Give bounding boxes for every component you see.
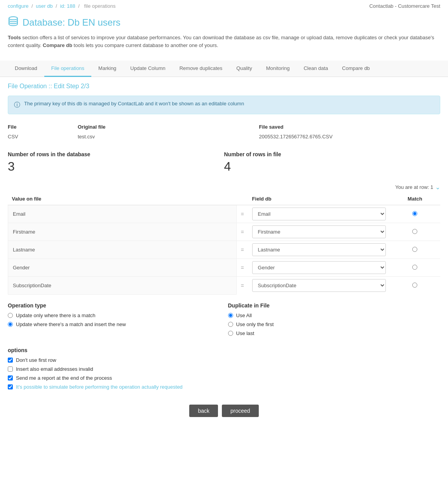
db-field-select-cell: EmailFirstnameLastnameGenderSubscription…	[248, 205, 390, 223]
file-field-value: Email	[8, 205, 237, 223]
operation-type-option: Update only where there is a match	[8, 312, 220, 318]
db-field-select[interactable]: EmailFirstnameLastnameGenderSubscription…	[252, 261, 386, 274]
mapping-row: Email=EmailFirstnameLastnameGenderSubscr…	[8, 205, 441, 223]
company-name: Contactlab - Customercare Test	[369, 3, 440, 9]
duplicate-file-title: Duplicate in File	[228, 302, 441, 309]
file-field-value: SubscriptionDate	[8, 277, 237, 295]
mapping-row: Gender=EmailFirstnameLastnameGenderSubsc…	[8, 259, 441, 277]
back-button[interactable]: back	[189, 405, 218, 417]
db-rows-value: 3	[8, 159, 224, 174]
operation-type-label: Update only where there is a match	[16, 312, 96, 318]
match-radio[interactable]	[412, 265, 417, 270]
db-field-select-cell: EmailFirstnameLastnameGenderSubscription…	[248, 241, 390, 259]
proceed-button[interactable]: proceed	[222, 405, 259, 417]
operation-type-label: Update where there's a match and insert …	[16, 321, 126, 327]
breadcrumb-fileops: file operations	[84, 3, 116, 9]
tab-download[interactable]: Download	[8, 61, 44, 77]
tab-compare-db[interactable]: Compare db	[335, 61, 377, 77]
svg-point-0	[9, 17, 17, 20]
db-field-select[interactable]: EmailFirstnameLastnameGenderSubscription…	[252, 243, 386, 256]
breadcrumb-id[interactable]: id: 188	[60, 3, 75, 9]
tab-marking[interactable]: Marking	[91, 61, 123, 77]
checkbox-option: Insert also email addresses invalid	[8, 366, 440, 372]
tab-clean-data[interactable]: Clean data	[296, 61, 335, 77]
mapping-row: Lastname=EmailFirstnameLastnameGenderSub…	[8, 241, 441, 259]
tab-quality[interactable]: Quality	[229, 61, 259, 77]
file-field-value: Gender	[8, 259, 237, 277]
info-message: The primary key of this db is managed by…	[24, 101, 244, 106]
database-icon	[8, 16, 19, 29]
db-rows-label: Number of rows in the database	[8, 151, 224, 157]
match-radio[interactable]	[412, 247, 417, 252]
option-checkbox-label: Don't use first row	[16, 357, 56, 363]
match-radio[interactable]	[412, 283, 417, 288]
file-info-table: File Original file File saved CSV test.c…	[8, 122, 440, 141]
db-field-select-cell: EmailFirstnameLastnameGenderSubscription…	[248, 277, 390, 295]
info-icon: ⓘ	[14, 101, 20, 109]
page-title: Database: Db EN users	[8, 16, 440, 29]
option-checkbox[interactable]	[8, 358, 13, 363]
checkbox-option: Don't use first row	[8, 357, 440, 363]
footer-buttons: back proceed	[8, 393, 440, 429]
db-field-select[interactable]: EmailFirstnameLastnameGenderSubscription…	[252, 208, 386, 220]
row-indicator: You are at row: 1 ⌄	[8, 183, 440, 191]
option-checkbox[interactable]	[8, 367, 13, 372]
match-radio-cell	[390, 241, 440, 259]
duplicate-label: Use All	[236, 312, 252, 318]
match-radio[interactable]	[412, 229, 417, 234]
original-file-value: test.csv	[78, 132, 259, 141]
duplicate-radio[interactable]	[228, 331, 233, 336]
field-db-header: Field db	[248, 193, 390, 205]
option-checkbox[interactable]	[8, 384, 13, 389]
value-on-file-header: Value on file	[8, 193, 237, 205]
duplicate-option: Use only the first	[228, 321, 441, 327]
tab-file-operations[interactable]: File operations	[44, 61, 91, 77]
duplicate-radio[interactable]	[228, 313, 233, 318]
db-field-select[interactable]: EmailFirstnameLastnameGenderSubscription…	[252, 225, 386, 238]
mapping-row: Firstname=EmailFirstnameLastnameGenderSu…	[8, 223, 441, 241]
option-checkbox-label: Insert also email addresses invalid	[16, 366, 93, 372]
tab-remove-duplicates[interactable]: Remove duplicates	[173, 61, 230, 77]
file-rows-value: 4	[224, 159, 441, 174]
stats-section: Number of rows in the database 3 Number …	[8, 151, 440, 174]
match-radio-cell	[390, 277, 440, 295]
operation-type-option: Update where there's a match and insert …	[8, 321, 220, 327]
file-col-header: File	[8, 122, 78, 132]
option-checkbox-label: Send me a report at the end of the proce…	[16, 375, 112, 381]
saved-file-value: 2005532.1726567762.6765.CSV	[259, 132, 441, 141]
tab-update-column[interactable]: Update Column	[123, 61, 172, 77]
duplicate-file-group: Duplicate in File Use AllUse only the fi…	[228, 302, 441, 339]
match-radio-cell	[390, 205, 440, 223]
original-col-header: Original file	[78, 122, 259, 132]
match-radio-cell	[390, 259, 440, 277]
duplicate-option: Use All	[228, 312, 441, 318]
breadcrumb-userdb[interactable]: user db	[36, 3, 52, 9]
operation-type-radio[interactable]	[8, 313, 13, 318]
breadcrumb-configure[interactable]: configure	[8, 3, 28, 9]
equals-sign: =	[237, 259, 248, 277]
duplicate-option: Use last	[228, 330, 441, 336]
section-title: File Operation :: Edit Step 2/3	[8, 83, 440, 90]
checkbox-option: It's possible to simulate before perform…	[8, 384, 440, 390]
mapping-row: SubscriptionDate=EmailFirstnameLastnameG…	[8, 277, 441, 295]
checkbox-option: Send me a report at the end of the proce…	[8, 375, 440, 381]
db-field-select[interactable]: EmailFirstnameLastnameGenderSubscription…	[252, 279, 386, 292]
equals-sign: =	[237, 223, 248, 241]
checkboxes-section: options Don't use first rowInsert also e…	[8, 347, 440, 390]
row-dropdown-arrow[interactable]: ⌄	[435, 183, 440, 191]
match-radio[interactable]	[412, 211, 417, 216]
breadcrumb: configure / user db / id: 188 / file ope…	[8, 3, 117, 9]
db-field-select-cell: EmailFirstnameLastnameGenderSubscription…	[248, 259, 390, 277]
option-checkbox-label: It's possible to simulate before perform…	[16, 384, 183, 390]
tab-monitoring[interactable]: Monitoring	[259, 61, 297, 77]
page-description: Tools section offers a list of services …	[8, 34, 440, 49]
file-field-value: Lastname	[8, 241, 237, 259]
option-checkbox[interactable]	[8, 375, 13, 381]
options-title: options	[8, 347, 440, 353]
options-section: Operation type Update only where there i…	[8, 302, 440, 339]
equals-sign: =	[237, 241, 248, 259]
file-rows-label: Number of rows in file	[224, 151, 441, 157]
duplicate-label: Use last	[236, 330, 255, 336]
operation-type-radio[interactable]	[8, 322, 13, 327]
duplicate-radio[interactable]	[228, 322, 233, 327]
